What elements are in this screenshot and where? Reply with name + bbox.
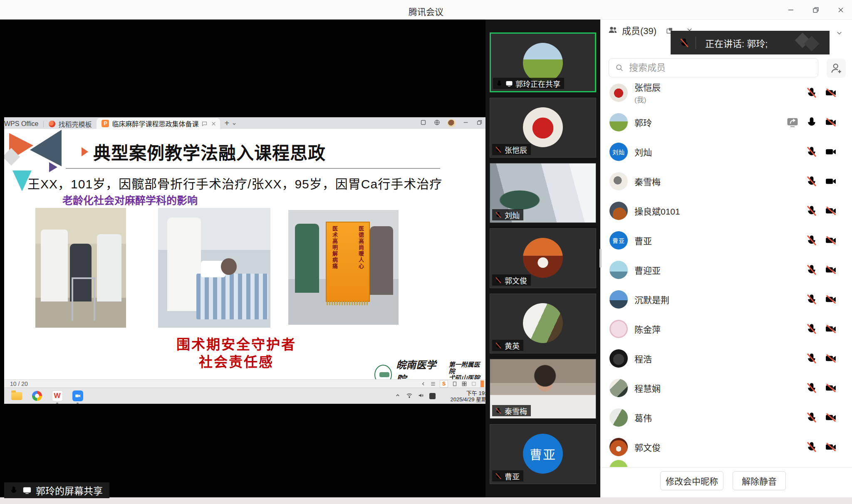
video-thumbnail[interactable]: 黄英 [490,294,596,353]
video-thumbnail[interactable]: 张恺辰 [490,98,596,158]
mic-status-icon [495,472,502,480]
member-name: 张恺辰 [634,81,799,93]
member-row[interactable]: 沉默是荆 [600,284,852,314]
workspace-icon[interactable] [420,119,427,128]
mic-status-icon [805,323,818,335]
add-member-button[interactable] [827,59,846,78]
member-row[interactable]: 程浩 [600,343,852,373]
file-explorer-icon[interactable] [11,390,22,402]
camera-status-icon [825,234,837,247]
camera-status-icon [825,116,837,128]
change-nickname-button[interactable]: 修改会中昵称 [660,471,723,490]
member-row[interactable]: 秦雪梅 [600,166,852,196]
triangle-slate [30,130,62,166]
member-name-block: 沉默是荆 [634,293,799,306]
taskbar-clock[interactable]: 下午 19:09 2025/4/29 星期二 [442,390,485,403]
globe-icon[interactable] [433,119,441,128]
wps-writer-icon[interactable]: W [52,390,63,402]
video-thumbnail-strip: 郭玲正在共享 张恺辰 [485,20,600,504]
photo-doctor-at-bedside [158,208,270,328]
mic-status-icon [805,382,818,394]
wifi-icon[interactable] [406,392,413,400]
browser-icon[interactable] [31,390,42,402]
search-box[interactable] [609,58,818,77]
screen-share-icon [22,486,32,495]
banner-text-column: 医德高尚暖人心 [357,226,365,298]
tab-wps-office[interactable]: WPS Office [4,119,43,129]
video-thumbnail[interactable]: 刘灿 [490,163,596,223]
participant-avatar [523,107,563,147]
comment-icon[interactable] [201,121,208,127]
member-row[interactable]: 程慧娴 [600,373,852,403]
window-controls [785,0,846,20]
meeting-app-icon[interactable] [72,390,83,402]
member-row[interactable]: 曹亚 曹亚 [600,225,852,255]
play-slideshow-icon[interactable] [480,380,484,387]
hospital-affiliate-1: 第一附属医院 [448,361,485,375]
member-name-block: 程慧娴 [634,382,799,394]
member-row[interactable]: 郭玲 [600,107,852,137]
hospital-name-cn: 皖南医学院 [396,357,445,379]
hidden-icons-chevron-icon[interactable] [394,392,401,400]
toast-divider [696,37,696,49]
member-row[interactable]: 刘灿 刘灿 [600,137,852,166]
slide-sorter-icon[interactable] [461,381,467,387]
video-thumbnail[interactable]: 秦雪梅 [490,359,596,419]
taskbar-apps: W [11,390,83,402]
person-plus-icon [830,62,842,74]
tray-icon[interactable] [429,393,436,399]
patient-head [221,258,237,275]
member-name: 郭玲 [634,116,780,128]
doctor-figure [41,230,68,301]
camera-status-icon [825,323,837,335]
outline-list-icon[interactable] [430,381,436,387]
member-row[interactable]: 曹迎亚 [600,255,852,284]
member-row[interactable]: 张恺辰 (我) [600,78,852,107]
restore-icon[interactable] [810,5,821,15]
search-input[interactable] [628,62,812,74]
mic-status-icon [805,352,818,365]
member-name: 葛伟 [634,411,799,424]
wps-s-icon[interactable]: S [440,380,448,388]
participant-name: 黄英 [505,340,520,351]
scrollbar-thumb[interactable] [599,249,602,268]
member-row[interactable]: 葛伟 [600,403,852,432]
aging-society-subtitle: 老龄化社会对麻醉学科的影响 [62,192,198,207]
new-tab-icon[interactable]: + [224,119,229,128]
mic-status-icon [805,264,818,276]
member-avatar [609,84,628,102]
video-thumbnail[interactable]: 郭文俊 [490,228,596,288]
member-row[interactable]: 郭文俊 [600,432,852,462]
browser-restore-icon[interactable] [476,119,483,128]
normal-view-icon[interactable] [452,381,458,387]
members-count-title: 成员(39) [622,23,656,37]
mic-status-icon [805,234,818,247]
participant-avatar [523,303,563,343]
member-row[interactable]: 操良斌0101 [600,196,852,225]
tab-list-chevron-icon[interactable] [232,121,237,128]
tab-active-presentation[interactable]: P 临床麻醉学课程思政集体备课 [97,118,220,129]
member-avatar [609,408,628,427]
speaker-icon[interactable] [418,392,424,400]
minimize-icon[interactable] [785,5,796,15]
video-thumbnail[interactable]: 曹亚 曹亚 [490,424,596,484]
page-indicator: 10 / 20 [10,380,28,387]
tab-docer-templates[interactable]: 找稻壳模板 [44,119,97,129]
mic-status-icon [805,86,818,99]
thumbnail-name-label: 秦雪梅 [492,405,531,416]
close-icon[interactable] [835,5,846,15]
avatar-initials: 曹亚 [530,445,556,463]
browser-minimize-icon[interactable] [462,119,469,128]
nurse-figure [97,234,121,301]
mic-status-icon [805,441,818,453]
tab-close-icon[interactable] [211,121,217,127]
video-thumbnail[interactable]: 郭玲正在共享 [490,32,596,92]
reading-view-icon[interactable] [471,381,477,387]
chevron-left-icon[interactable] [421,381,426,387]
partially-visible-member-row[interactable] [609,460,628,467]
collapse-chevron-icon[interactable] [833,27,845,39]
unmute-button[interactable]: 解除静音 [733,471,786,490]
member-row[interactable]: 陈金萍 [600,314,852,343]
account-avatar[interactable] [447,119,456,127]
member-name-block: 陈金萍 [634,323,799,335]
